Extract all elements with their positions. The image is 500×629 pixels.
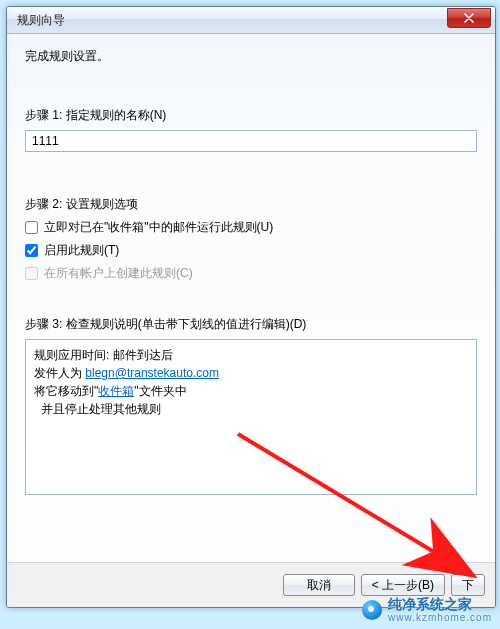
enable-rule-checkbox[interactable]: [25, 244, 38, 257]
cancel-button[interactable]: 取消: [283, 574, 355, 596]
titlebar[interactable]: 规则向导: [7, 7, 495, 34]
rule-name-input[interactable]: [25, 130, 477, 152]
step3-label: 步骤 3: 检查规则说明(单击带下划线的值进行编辑)(D): [25, 316, 477, 333]
option-all-accounts: 在所有帐户上创建此规则(C): [25, 265, 477, 282]
enable-rule-label: 启用此规则(T): [44, 242, 119, 259]
step1-label: 步骤 1: 指定规则的名称(N): [25, 107, 477, 124]
run-now-label: 立即对已在"收件箱"中的邮件运行此规则(U): [44, 219, 273, 236]
wizard-body: 完成规则设置。 步骤 1: 指定规则的名称(N) 步骤 2: 设置规则选项 立即…: [7, 34, 495, 560]
sender-link[interactable]: blegn@transtekauto.com: [85, 366, 219, 380]
close-button[interactable]: [447, 8, 491, 28]
desc-line-from: 发件人为 blegn@transtekauto.com: [34, 364, 468, 382]
desc-line-when: 规则应用时间: 邮件到达后: [34, 346, 468, 364]
back-button[interactable]: < 上一步(B): [361, 574, 445, 596]
desc-line-move: 将它移动到"收件箱"文件夹中: [34, 382, 468, 400]
window-title: 规则向导: [17, 12, 447, 29]
run-now-checkbox[interactable]: [25, 221, 38, 234]
watermark-sub: www.kzmhome.com: [388, 612, 492, 623]
header-text: 完成规则设置。: [25, 48, 477, 65]
option-enable-rule[interactable]: 启用此规则(T): [25, 242, 477, 259]
rules-wizard-window: 规则向导 完成规则设置。 步骤 1: 指定规则的名称(N) 步骤 2: 设置规则…: [6, 6, 496, 608]
close-icon: [464, 13, 474, 23]
all-accounts-checkbox: [25, 267, 38, 280]
rule-description-box: 规则应用时间: 邮件到达后 发件人为 blegn@transtekauto.co…: [25, 339, 477, 495]
folder-link[interactable]: 收件箱: [98, 384, 134, 398]
option-run-now[interactable]: 立即对已在"收件箱"中的邮件运行此规则(U): [25, 219, 477, 236]
next-button[interactable]: 下: [451, 574, 485, 596]
wizard-footer: 取消 < 上一步(B) 下: [7, 562, 495, 607]
all-accounts-label: 在所有帐户上创建此规则(C): [44, 265, 193, 282]
desc-line-stop: 并且停止处理其他规则: [34, 400, 468, 418]
step2-label: 步骤 2: 设置规则选项: [25, 196, 477, 213]
